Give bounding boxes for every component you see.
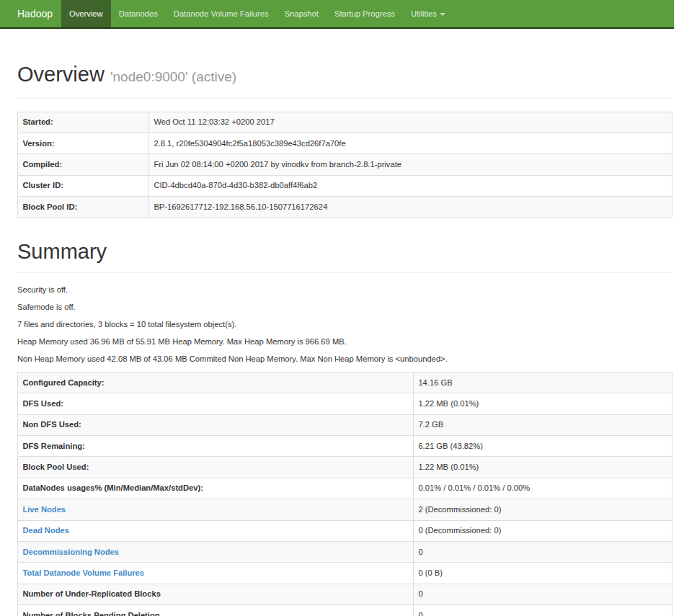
row-label: Non DFS Used: <box>18 414 414 435</box>
row-value: Wed Oct 11 12:03:32 +0200 2017 <box>149 112 673 133</box>
row-label: Total Datanode Volume Failures <box>18 563 414 584</box>
brand-hadoop[interactable]: Hadoop <box>9 0 61 27</box>
navbar: Hadoop Overview Datanodes Datanode Volum… <box>0 0 674 29</box>
row-label: DFS Remaining: <box>18 436 414 457</box>
row-value: 1.22 MB (0.01%) <box>414 457 673 478</box>
main-content: Overview 'node0:9000' (active) Started:W… <box>17 40 673 616</box>
row-value: 0 (0 B) <box>414 563 673 584</box>
table-row-dead-nodes: Dead Nodes0 (Decommissioned: 0) <box>18 520 673 541</box>
live-nodes-link[interactable]: Live Nodes <box>22 505 66 514</box>
namenode-info-table: Started:Wed Oct 11 12:03:32 +0200 2017 V… <box>17 112 673 218</box>
row-label: Cluster ID: <box>18 175 149 196</box>
nav-link-datanodes[interactable]: Datanodes <box>111 0 166 27</box>
nav-item-datanodes: Datanodes <box>111 0 166 27</box>
page-title-text: Overview <box>17 63 105 86</box>
table-row-block-pool-used: Block Pool Used:1.22 MB (0.01%) <box>18 457 673 478</box>
non-heap-memory-text: Non Heap Memory used 42.08 MB of 43.06 M… <box>17 353 673 365</box>
table-row-non-dfs-used: Non DFS Used:7.2 GB <box>18 414 673 435</box>
nav-link-utilities-dropdown[interactable]: Utilities <box>403 0 453 27</box>
table-row-volume-failures: Total Datanode Volume Failures0 (0 B) <box>18 563 673 584</box>
table-row-dfs-used: DFS Used:1.22 MB (0.01%) <box>18 393 673 414</box>
row-label: DFS Used: <box>18 393 414 414</box>
row-label: Number of Blocks Pending Deletion <box>18 605 414 616</box>
row-value: 0 <box>414 541 673 562</box>
table-row-under-replicated-blocks: Number of Under-Replicated Blocks0 <box>18 584 673 604</box>
nav-link-overview[interactable]: Overview <box>61 0 111 27</box>
row-label: Configured Capacity: <box>18 372 414 393</box>
row-label: Number of Under-Replicated Blocks <box>18 584 414 604</box>
row-value: 0.01% / 0.01% / 0.01% / 0.00% <box>414 478 673 499</box>
nav-item-snapshot: Snapshot <box>277 0 327 27</box>
summary-heading: Summary <box>17 240 673 263</box>
page: Hadoop Overview Datanodes Datanode Volum… <box>0 0 674 616</box>
table-row-block-pool-id: Block Pool ID:BP-1692617712-192.168.56.1… <box>18 197 673 218</box>
table-row-blocks-pending-deletion: Number of Blocks Pending Deletion0 <box>18 605 673 616</box>
row-label: Block Pool ID: <box>18 197 149 218</box>
table-row-compiled: Compiled:Fri Jun 02 08:14:00 +0200 2017 … <box>18 154 673 175</box>
row-value: 2.8.1, r20fe5304904fc2f5a18053c389e43cd2… <box>149 133 673 153</box>
nav-item-startup-progress: Startup Progress <box>327 0 403 27</box>
safemode-status-text: Safemode is off. <box>17 301 673 313</box>
row-value: 7.2 GB <box>414 414 673 435</box>
row-value: 6.21 GB (43.82%) <box>414 436 673 457</box>
nav-link-startup-progress[interactable]: Startup Progress <box>327 0 403 27</box>
row-value: 0 <box>414 605 673 616</box>
page-subtitle: 'node0:9000' (active) <box>110 69 236 84</box>
heap-memory-text: Heap Memory used 36.96 MB of 55.91 MB He… <box>17 336 673 347</box>
security-status-text: Security is off. <box>17 284 673 295</box>
row-label: Decommissioning Nodes <box>18 541 414 562</box>
table-row-version: Version:2.8.1, r20fe5304904fc2f5a18053c3… <box>18 133 673 153</box>
summary-table: Configured Capacity:14.16 GB DFS Used:1.… <box>17 372 673 616</box>
dead-nodes-link[interactable]: Dead Nodes <box>22 526 69 535</box>
nav-link-snapshot[interactable]: Snapshot <box>277 0 327 27</box>
filesystem-objects-text: 7 files and directories, 3 blocks = 10 t… <box>17 318 673 330</box>
row-label: Compiled: <box>18 154 149 175</box>
summary-divider <box>17 272 673 273</box>
nav-item-datanode-volume-failures: Datanode Volume Failures <box>166 0 277 27</box>
table-row-datanodes-usages: DataNodes usages% (Min/Median/Max/stdDev… <box>18 478 673 499</box>
row-value: 14.16 GB <box>414 372 673 393</box>
page-title: Overview 'node0:9000' (active) <box>17 63 673 89</box>
total-datanode-volume-failures-link[interactable]: Total Datanode Volume Failures <box>22 568 144 577</box>
row-value: 0 (Decommissioned: 0) <box>414 520 673 541</box>
row-value: 1.22 MB (0.01%) <box>414 393 673 414</box>
table-row-started: Started:Wed Oct 11 12:03:32 +0200 2017 <box>18 112 673 133</box>
row-label: Live Nodes <box>18 499 414 520</box>
table-row-decommissioning-nodes: Decommissioning Nodes0 <box>18 541 673 562</box>
nav-item-utilities: Utilities <box>403 0 453 27</box>
table-row-configured-capacity: Configured Capacity:14.16 GB <box>18 372 673 393</box>
row-label: Version: <box>18 133 149 153</box>
table-row-live-nodes: Live Nodes2 (Decommissioned: 0) <box>18 499 673 520</box>
row-value: BP-1692617712-192.168.56.10-150771617262… <box>149 197 673 218</box>
decommissioning-nodes-link[interactable]: Decommissioning Nodes <box>22 548 119 556</box>
table-row-dfs-remaining: DFS Remaining:6.21 GB (43.82%) <box>18 436 673 457</box>
row-label: Block Pool Used: <box>18 457 414 478</box>
chevron-down-icon <box>440 13 445 16</box>
table-row-cluster-id: Cluster ID:CID-4dbcd40a-870d-4d30-b382-d… <box>18 175 673 196</box>
row-label: Dead Nodes <box>18 520 414 541</box>
row-value: Fri Jun 02 08:14:00 +0200 2017 by vinodk… <box>149 154 673 175</box>
page-header-divider <box>17 98 673 99</box>
nav-link-datanode-volume-failures[interactable]: Datanode Volume Failures <box>166 0 277 27</box>
navbar-inner: Hadoop Overview Datanodes Datanode Volum… <box>0 0 674 27</box>
nav-item-overview: Overview <box>61 0 111 27</box>
navbar-menu: Overview Datanodes Datanode Volume Failu… <box>61 0 453 27</box>
nav-utilities-label: Utilities <box>411 9 437 18</box>
row-value: 2 (Decommissioned: 0) <box>414 499 673 520</box>
row-value: CID-4dbcd40a-870d-4d30-b382-db0aff4f6ab2 <box>149 175 673 196</box>
row-value: 0 <box>414 584 673 604</box>
row-label: DataNodes usages% (Min/Median/Max/stdDev… <box>18 478 414 499</box>
row-label: Started: <box>18 112 149 133</box>
